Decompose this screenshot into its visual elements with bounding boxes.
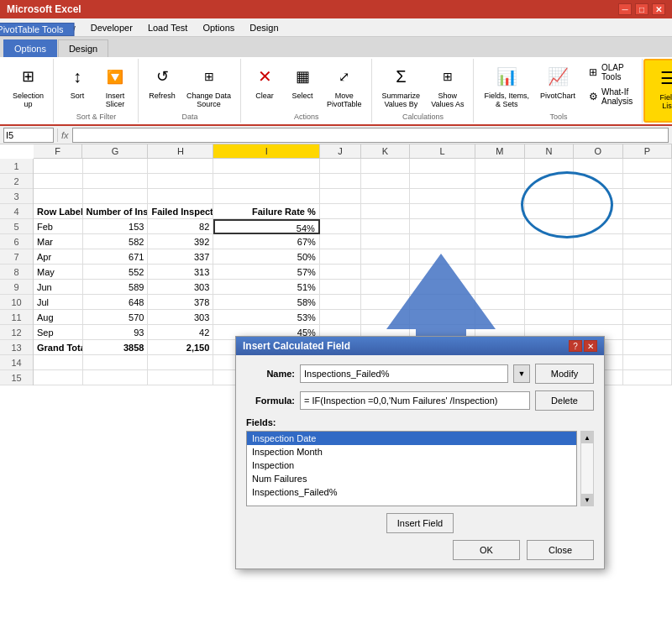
cell-k11[interactable] bbox=[361, 310, 411, 325]
cell-p10[interactable] bbox=[623, 295, 672, 310]
cell-l2[interactable] bbox=[410, 174, 475, 189]
cell-m11[interactable] bbox=[475, 310, 525, 325]
cell-f14[interactable] bbox=[34, 355, 83, 370]
cell-m2[interactable] bbox=[475, 174, 525, 189]
cell-jul-inspections[interactable]: 648 bbox=[83, 295, 149, 310]
cell-p6[interactable] bbox=[623, 234, 672, 249]
cell-j4[interactable] bbox=[320, 204, 361, 219]
cell-m10[interactable] bbox=[475, 295, 525, 310]
cell-may-inspections[interactable]: 552 bbox=[83, 265, 149, 280]
row-num-13[interactable]: 13 bbox=[0, 340, 33, 355]
cell-l10[interactable] bbox=[410, 295, 475, 310]
cell-n3[interactable] bbox=[525, 189, 575, 204]
cell-m5[interactable] bbox=[475, 219, 525, 234]
col-header-l[interactable]: L bbox=[410, 144, 475, 158]
cell-n7[interactable] bbox=[525, 249, 575, 265]
name-input[interactable] bbox=[300, 364, 508, 383]
olap-tools-button[interactable]: ⊞ OLAPTools bbox=[582, 60, 637, 84]
close-dialog-button[interactable]: Close bbox=[527, 540, 594, 560]
cell-h14[interactable] bbox=[148, 355, 213, 370]
cell-feb-label[interactable]: Feb bbox=[34, 219, 83, 234]
menu-design[interactable]: Design bbox=[243, 21, 285, 34]
row-num-7[interactable]: 7 bbox=[0, 249, 33, 265]
cell-g14[interactable] bbox=[83, 355, 149, 370]
modify-button[interactable]: Modify bbox=[535, 364, 594, 384]
menu-developer[interactable]: Developer bbox=[84, 21, 139, 34]
col-header-j[interactable]: J bbox=[320, 144, 361, 158]
cell-k10[interactable] bbox=[361, 295, 411, 310]
row-num-12[interactable]: 12 bbox=[0, 325, 33, 340]
insert-slicer-button[interactable]: 🔽 InsertSlicer bbox=[97, 60, 133, 111]
col-header-m[interactable]: M bbox=[475, 144, 524, 158]
change-data-source-button[interactable]: ⊞ Change DataSource bbox=[182, 60, 235, 111]
cell-jul-rate[interactable]: 58% bbox=[213, 295, 319, 310]
row-num-1[interactable]: 1 bbox=[0, 159, 33, 174]
cell-o5[interactable] bbox=[574, 219, 623, 234]
cell-m8[interactable] bbox=[475, 265, 525, 280]
row-num-11[interactable]: 11 bbox=[0, 310, 33, 325]
cell-jul-label[interactable]: Jul bbox=[34, 295, 83, 310]
cell-o4[interactable] bbox=[574, 204, 623, 219]
col-header-f[interactable]: F bbox=[34, 144, 82, 158]
cell-apr-label[interactable]: Apr bbox=[34, 249, 83, 265]
cell-p3[interactable] bbox=[623, 189, 672, 204]
cell-m7[interactable] bbox=[475, 249, 525, 265]
summarize-values-button[interactable]: Σ SummarizeValues By bbox=[378, 60, 425, 111]
cell-g1[interactable] bbox=[83, 159, 149, 174]
cell-aug-inspections[interactable]: 570 bbox=[83, 310, 149, 325]
cell-apr-inspections[interactable]: 671 bbox=[83, 249, 149, 265]
cell-mar-label[interactable]: Mar bbox=[34, 234, 83, 249]
menu-load-test[interactable]: Load Test bbox=[141, 21, 195, 34]
cell-j10[interactable] bbox=[320, 295, 361, 310]
cell-n9[interactable] bbox=[525, 280, 575, 295]
cell-j8[interactable] bbox=[320, 265, 361, 280]
cell-n6[interactable] bbox=[525, 234, 575, 249]
col-header-o[interactable]: O bbox=[574, 144, 622, 158]
cell-p7[interactable] bbox=[623, 249, 672, 265]
cell-rate-header[interactable]: Failure Rate % bbox=[213, 204, 319, 219]
cell-j1[interactable] bbox=[320, 159, 361, 174]
cell-l6[interactable] bbox=[410, 234, 475, 249]
cell-jun-inspections[interactable]: 589 bbox=[83, 280, 149, 295]
col-header-k[interactable]: K bbox=[361, 144, 410, 158]
cell-sep-label[interactable]: Sep bbox=[34, 325, 83, 340]
cell-aug-label[interactable]: Aug bbox=[34, 310, 83, 325]
cell-l3[interactable] bbox=[410, 189, 475, 204]
cell-o6[interactable] bbox=[574, 234, 623, 249]
cell-grand-total-label[interactable]: Grand Total bbox=[34, 340, 83, 355]
cell-m6[interactable] bbox=[475, 234, 525, 249]
cell-may-label[interactable]: May bbox=[34, 265, 83, 280]
row-num-15[interactable]: 15 bbox=[0, 370, 33, 385]
cell-o8[interactable] bbox=[574, 265, 623, 280]
pivotchart-button[interactable]: 📈 PivotChart bbox=[536, 60, 580, 102]
cell-n10[interactable] bbox=[525, 295, 575, 310]
col-header-g[interactable]: G bbox=[82, 144, 148, 158]
cell-jun-failed[interactable]: 303 bbox=[148, 280, 213, 295]
cell-n1[interactable] bbox=[525, 159, 575, 174]
row-num-5[interactable]: 5 bbox=[0, 219, 33, 234]
cell-o2[interactable] bbox=[574, 174, 623, 189]
cell-m9[interactable] bbox=[475, 280, 525, 295]
cell-num-inspections-header[interactable]: Number of Inspections bbox=[83, 204, 149, 219]
cell-o9[interactable] bbox=[574, 280, 623, 295]
cell-k9[interactable] bbox=[361, 280, 411, 295]
field-item-inspections-failed[interactable]: Inspections_Failed% bbox=[247, 485, 576, 499]
cell-mar-inspections[interactable]: 582 bbox=[83, 234, 149, 249]
cell-p4[interactable] bbox=[623, 204, 672, 219]
cell-i1[interactable] bbox=[213, 159, 319, 174]
move-pivottable-button[interactable]: ⤢ MovePivotTable bbox=[323, 60, 366, 111]
sort-button[interactable]: ↕ Sort bbox=[60, 60, 95, 102]
cell-k8[interactable] bbox=[361, 265, 411, 280]
minimize-button[interactable]: ─ bbox=[618, 3, 632, 15]
cell-apr-rate[interactable]: 50% bbox=[213, 249, 319, 265]
col-header-h[interactable]: H bbox=[148, 144, 213, 158]
cell-row-labels[interactable]: Row Labels ▼ bbox=[34, 204, 83, 219]
cell-l9[interactable] bbox=[410, 280, 475, 295]
cell-l7[interactable] bbox=[410, 249, 475, 265]
cell-p13[interactable] bbox=[623, 340, 672, 355]
cell-o10[interactable] bbox=[574, 295, 623, 310]
cell-l8[interactable] bbox=[410, 265, 475, 280]
col-header-p[interactable]: P bbox=[623, 144, 672, 158]
scrollbar-down[interactable]: ▼ bbox=[581, 494, 593, 506]
menu-options[interactable]: Options bbox=[196, 21, 241, 34]
